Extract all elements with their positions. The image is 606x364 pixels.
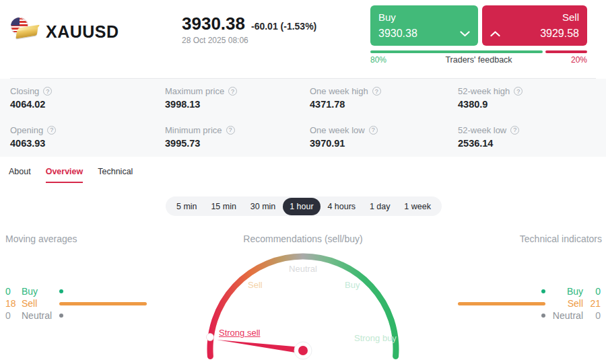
chevron-up-icon [490,31,500,37]
recommendation-gauge: Neutral Sell Buy Strong sell Strong buy [202,248,404,364]
feedback-sell-percent: 20% [571,55,587,65]
stat-label: Closing [10,86,39,96]
ma-neutral-label: Neutral [22,310,59,321]
help-icon[interactable]: ? [372,87,381,96]
stat-label: One week low [310,125,365,135]
timeframe-4-hours[interactable]: 4 hours [321,198,362,215]
gauge-label-buy: Buy [345,280,360,290]
ma-sell-bar [59,302,154,305]
ti-sell-label: Sell [545,298,583,309]
gauge-label-strong-sell[interactable]: Strong sell [219,328,260,338]
timeframe-1-hour[interactable]: 1 hour [283,198,320,215]
stat-value: 4063.93 [10,138,165,149]
last-price: 3930.38 [182,13,245,34]
xauusd-overview-page: XAUUSD 3930.38 -60.01 (-1.53%) 28 Oct 20… [0,0,606,364]
ma-sell-label: Sell [22,298,59,309]
ti-neutral-count: 0 [583,310,601,321]
stat-value: 4064.02 [10,99,165,110]
stat-cell: One week high?4371.78 [310,86,458,118]
timeframe-5-min[interactable]: 5 min [170,198,204,215]
gauge-label-neutral: Neutral [202,264,404,274]
gauge-hub [298,346,308,355]
technical-indicators-title: Technical indicators [520,233,602,244]
buy-button[interactable]: Buy 3930.38 [370,5,478,46]
feedback-buy-bar [370,50,543,53]
feedback-buy-percent: 80% [370,55,386,65]
stat-cell: 52-week low?2536.14 [458,125,596,157]
moving-averages-buy-row: 0 Buy [5,285,154,297]
timeframe-1-week[interactable]: 1 week [397,198,438,215]
traders-feedback: 80% Traders' feedback 20% [370,55,587,65]
price-timestamp: 28 Oct 2025 08:06 [182,36,316,45]
feedback-sell-bar [545,50,587,53]
tab-technical[interactable]: Technical [98,167,133,183]
moving-averages-sell-row: 18 Sell [5,297,154,310]
sell-button[interactable]: Sell 3929.58 [482,5,587,46]
stat-label: Minimum price [165,125,222,135]
technical-indicators-neutral-row: Neutral 0 [451,310,601,322]
stats-grid: Closing?4064.02Maximum price?3998.13One … [0,79,606,157]
timeframe-1-day[interactable]: 1 day [363,198,397,215]
timeframe-15-min[interactable]: 15 min [204,198,243,215]
ma-neutral-count: 0 [5,310,22,321]
ti-buy-count: 0 [583,286,601,297]
ti-neutral-label: Neutral [545,310,583,321]
ma-neutral-bar [59,314,154,318]
stat-cell: Minimum price?3995.73 [165,125,310,157]
header: XAUUSD 3930.38 -60.01 (-1.53%) 28 Oct 20… [0,0,606,78]
ma-sell-count: 18 [5,298,22,309]
ma-buy-count: 0 [5,286,22,297]
stat-label: 52-week low [458,125,506,135]
technical-indicators-sell-row: Sell 21 [451,297,601,310]
ma-buy-bar [59,289,154,293]
technical-indicators-panel: Buy 0 Sell 21 Neutral 0 [451,285,601,322]
stat-label: One week high [310,86,368,96]
buy-price: 3930.38 [378,28,417,40]
gauge-label-strong-buy: Strong buy [354,333,397,343]
gold-usd-icon [11,17,42,46]
gauge-needle [217,340,304,354]
help-icon[interactable]: ? [47,126,56,135]
ti-buy-bar [451,289,545,293]
stat-value: 2536.14 [458,138,596,149]
stat-cell: Maximum price?3998.13 [165,86,310,118]
help-icon[interactable]: ? [226,126,235,135]
ti-sell-count: 21 [583,298,601,309]
recommendations-title: Recommendations (sell/buy) [202,233,404,244]
buy-button-label: Buy [378,11,396,23]
help-icon[interactable]: ? [514,87,523,96]
stat-cell: Closing?4064.02 [10,86,165,118]
ti-neutral-bar [451,314,545,318]
buy-indicator-dot [59,289,63,293]
help-icon[interactable]: ? [510,126,519,135]
ti-buy-label: Buy [545,286,583,297]
chevron-down-icon [460,31,470,37]
help-icon[interactable]: ? [228,87,237,96]
sell-price: 3929.58 [540,28,579,40]
stat-label: 52-week high [458,86,510,96]
help-icon[interactable]: ? [369,126,378,135]
ma-buy-label: Buy [22,286,59,297]
neutral-indicator-dot [59,314,63,318]
stat-label: Maximum price [165,86,224,96]
gauge-pointer-dot [207,334,214,341]
moving-averages-panel: 0 Buy 18 Sell 0 Neutral [5,285,154,322]
instrument-symbol: XAUUSD [46,22,119,42]
tab-overview[interactable]: Overview [46,167,83,183]
sell-button-label: Sell [562,11,579,23]
stat-value: 3998.13 [165,99,310,110]
feedback-label: Traders' feedback [445,55,512,65]
stat-value: 3970.91 [310,138,458,149]
help-icon[interactable]: ? [43,87,52,96]
sell-indicator-bar [458,302,545,305]
price-change: -60.01 (-1.53%) [251,21,316,32]
tab-bar: AboutOverviewTechnical [9,167,133,183]
stat-value: 4371.78 [310,99,458,110]
timeframe-30-min[interactable]: 30 min [244,198,283,215]
ti-sell-bar [451,302,545,305]
stat-value: 4380.9 [458,99,596,110]
moving-averages-title: Moving averages [5,233,77,244]
technical-indicators-buy-row: Buy 0 [451,285,601,297]
stat-label: Opening [10,125,43,135]
tab-about[interactable]: About [9,167,31,183]
